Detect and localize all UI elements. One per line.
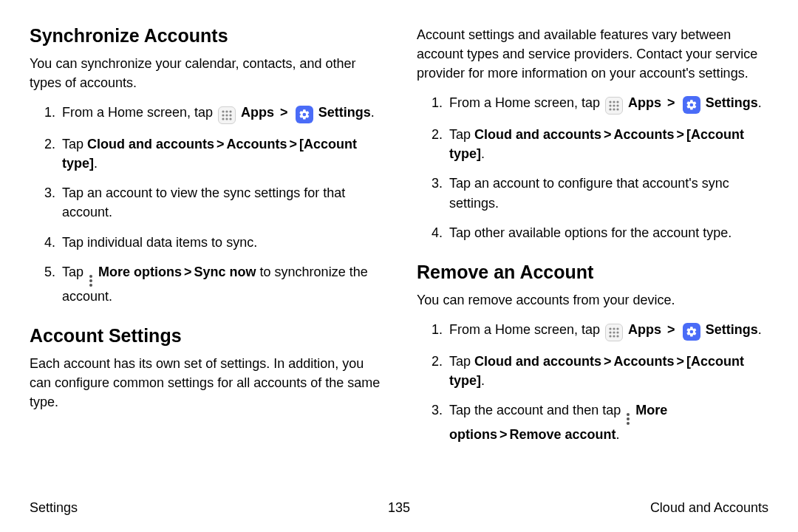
remove-step-3: Tap the account and then tap More option… bbox=[446, 400, 768, 444]
apps-icon bbox=[605, 97, 623, 115]
svg-point-5 bbox=[229, 115, 231, 117]
svg-point-13 bbox=[613, 105, 615, 107]
period: . bbox=[94, 156, 98, 171]
sync-intro-paragraph: You can synchronize your calendar, conta… bbox=[30, 54, 381, 92]
left-column: Synchronize Accounts You can synchronize… bbox=[30, 25, 381, 454]
svg-point-0 bbox=[222, 111, 224, 113]
sync-now-label: Sync now bbox=[194, 265, 256, 279]
period: . bbox=[481, 373, 485, 388]
remove-step-2: Tap Cloud and accounts>Accounts>[Account… bbox=[446, 352, 768, 390]
svg-point-20 bbox=[616, 327, 618, 330]
footer-page-number: 135 bbox=[388, 500, 410, 516]
nav-path-segment: Accounts bbox=[614, 354, 675, 369]
svg-point-4 bbox=[225, 115, 228, 117]
step-text: From a Home screen, tap bbox=[449, 95, 604, 110]
sync-step-4: Tap individual data items to sync. bbox=[59, 233, 381, 252]
settings-icon bbox=[683, 96, 700, 114]
apps-icon bbox=[605, 324, 623, 341]
settings-label: Settings bbox=[706, 95, 758, 110]
right-column: Account settings and available features … bbox=[417, 25, 768, 454]
svg-point-1 bbox=[225, 111, 228, 113]
heading-account-settings: Account Settings bbox=[30, 325, 381, 347]
period: . bbox=[758, 322, 762, 337]
svg-point-22 bbox=[613, 331, 615, 333]
more-options-icon bbox=[627, 413, 630, 425]
settings-icon bbox=[683, 323, 700, 341]
apps-icon bbox=[218, 106, 236, 124]
svg-point-25 bbox=[613, 335, 615, 337]
sync-steps-list: From a Home screen, tap Apps > Settings.… bbox=[30, 103, 381, 306]
acct-step-1: From a Home screen, tap Apps > Settings. bbox=[446, 93, 768, 115]
svg-point-21 bbox=[609, 331, 611, 333]
nav-path-segment: Accounts bbox=[614, 127, 675, 142]
more-options-label: More options bbox=[98, 265, 182, 279]
period: . bbox=[758, 95, 762, 110]
acct-step-3: Tap an account to configure that account… bbox=[446, 174, 768, 212]
more-options-icon bbox=[89, 275, 92, 287]
svg-point-9 bbox=[609, 101, 611, 103]
settings-label: Settings bbox=[318, 105, 371, 120]
nav-path-segment: Cloud and accounts bbox=[87, 137, 214, 151]
settings-label: Settings bbox=[706, 322, 758, 337]
period: . bbox=[371, 105, 375, 120]
step-text: From a Home screen, tap bbox=[449, 322, 604, 337]
heading-remove-account: Remove an Account bbox=[417, 262, 768, 283]
remove-account-label: Remove account bbox=[510, 427, 616, 442]
svg-point-6 bbox=[222, 118, 224, 120]
step-text: Tap bbox=[449, 127, 474, 142]
chevron-icon: > bbox=[667, 322, 675, 337]
remove-account-steps-list: From a Home screen, tap Apps > Settings.… bbox=[417, 320, 768, 444]
step-text: Tap bbox=[449, 354, 474, 369]
chevron-icon: > bbox=[290, 137, 298, 151]
sync-step-2: Tap Cloud and accounts>Accounts>[Account… bbox=[59, 134, 381, 173]
svg-point-17 bbox=[616, 109, 618, 111]
step-text: Tap the account and then tap bbox=[449, 403, 624, 417]
svg-point-7 bbox=[225, 118, 228, 120]
svg-point-23 bbox=[616, 331, 618, 333]
remove-account-intro-paragraph: You can remove accounts from your device… bbox=[417, 290, 768, 310]
svg-point-15 bbox=[609, 109, 611, 111]
acct-step-4: Tap other available options for the acco… bbox=[446, 223, 768, 242]
chevron-icon: > bbox=[184, 265, 192, 279]
chevron-icon: > bbox=[677, 127, 685, 142]
svg-point-10 bbox=[613, 101, 615, 103]
svg-point-8 bbox=[229, 118, 231, 120]
svg-point-24 bbox=[609, 335, 611, 337]
chevron-icon: > bbox=[216, 137, 225, 151]
apps-label: Apps bbox=[241, 105, 274, 120]
account-settings-intro-paragraph: Each account has its own set of settings… bbox=[30, 354, 381, 412]
remove-step-1: From a Home screen, tap Apps > Settings. bbox=[446, 320, 768, 341]
svg-point-14 bbox=[616, 105, 618, 107]
step-text: From a Home screen, tap bbox=[62, 105, 216, 120]
svg-point-16 bbox=[613, 109, 615, 111]
step-text: Tap bbox=[62, 137, 87, 151]
account-settings-continued-paragraph: Account settings and available features … bbox=[417, 25, 768, 83]
nav-path-segment: Accounts bbox=[227, 137, 287, 151]
chevron-icon: > bbox=[604, 127, 612, 142]
chevron-icon: > bbox=[677, 354, 685, 369]
svg-point-11 bbox=[616, 101, 618, 103]
apps-label: Apps bbox=[628, 322, 661, 337]
heading-synchronize-accounts: Synchronize Accounts bbox=[30, 25, 381, 47]
nav-path-segment: Cloud and accounts bbox=[474, 354, 601, 369]
apps-label: Apps bbox=[628, 95, 661, 110]
footer-right: Cloud and Accounts bbox=[650, 500, 768, 516]
svg-point-12 bbox=[609, 105, 611, 107]
period: . bbox=[616, 427, 620, 442]
svg-point-18 bbox=[609, 327, 611, 330]
sync-step-1: From a Home screen, tap Apps > Settings. bbox=[59, 103, 381, 124]
sync-step-3: Tap an account to view the sync settings… bbox=[59, 183, 381, 222]
chevron-icon: > bbox=[604, 354, 612, 369]
sync-step-5: Tap More options>Sync now to synchronize… bbox=[59, 262, 381, 306]
chevron-icon: > bbox=[280, 105, 288, 120]
period: . bbox=[481, 146, 485, 161]
two-column-layout: Synchronize Accounts You can synchronize… bbox=[30, 25, 768, 454]
chevron-icon: > bbox=[667, 95, 675, 110]
nav-path-segment: Cloud and accounts bbox=[474, 127, 601, 142]
acct-step-2: Tap Cloud and accounts>Accounts>[Account… bbox=[446, 125, 768, 163]
chevron-icon: > bbox=[499, 427, 508, 442]
svg-point-19 bbox=[613, 327, 615, 330]
settings-icon bbox=[296, 106, 313, 123]
page-footer: Settings 135 Cloud and Accounts bbox=[30, 500, 768, 516]
svg-point-26 bbox=[616, 335, 618, 337]
